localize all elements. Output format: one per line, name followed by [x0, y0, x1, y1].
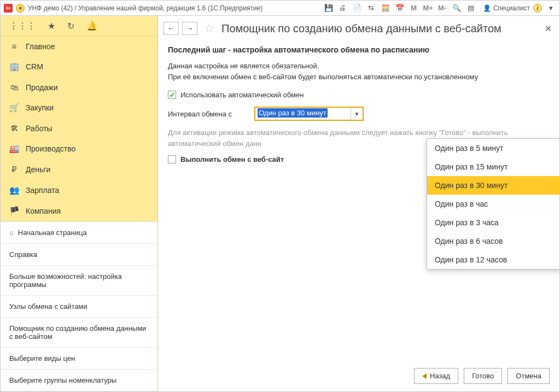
calc-icon[interactable]: 🧮 [380, 3, 391, 14]
forward-nav-button[interactable]: → [182, 22, 197, 35]
panels-icon[interactable]: ▤ [465, 3, 476, 14]
sub-label: Выберите группы номенклатуры [9, 376, 116, 384]
sub-label: Начальная страница [18, 229, 87, 237]
factory-icon: 🏭 [9, 144, 19, 154]
nav-purchases[interactable]: 🛒Закупки [1, 97, 158, 118]
title-dropdown-icon[interactable]: ▾ [545, 3, 556, 14]
nav-label: CRM [26, 62, 43, 71]
nav-label: Производство [26, 144, 75, 153]
interval-combobox[interactable]: Один раз в 30 минут ▼ [254, 107, 364, 121]
sidebar-tools: ⋮⋮⋮ ★ ↻ 🔔 [1, 16, 158, 36]
back-nav-button[interactable]: ← [164, 22, 179, 35]
info-icon[interactable]: i [533, 4, 542, 13]
nav-main[interactable]: ≡Главное [1, 36, 158, 56]
favorite-star-icon[interactable]: ☆ [204, 21, 215, 36]
sidebar: ⋮⋮⋮ ★ ↻ 🔔 ≡Главное 🏢CRM 🛍Продажи 🛒Закупк… [1, 16, 158, 391]
sub-more-options[interactable]: Больше возможностей: настройка программы [1, 266, 158, 296]
sub-nomenclature-groups[interactable]: Выберите группы номенклатуры [1, 370, 158, 391]
dropdown-option[interactable]: Один раз в 15 минут [427, 157, 560, 176]
save-icon[interactable]: 💾 [323, 3, 334, 14]
page-title: Помощник по созданию обмена данными с ве… [221, 22, 501, 35]
nav-label: Зарплата [26, 186, 59, 195]
cart-icon: 🛒 [9, 103, 19, 113]
dropdown-option[interactable]: Один раз в 6 часов [427, 232, 560, 250]
sub-label: Справка [9, 250, 37, 259]
interval-label: Интервал обмена с [168, 110, 244, 118]
desc-line2: При её включении обмен с веб-сайтом буде… [168, 73, 478, 81]
dropdown-option-selected[interactable]: Один раз в 30 минут [427, 176, 560, 195]
sub-price-types[interactable]: Выберите виды цен [1, 348, 158, 370]
wizard-footer: Назад Готово Отмена [414, 368, 550, 384]
menu-icon: ≡ [9, 42, 19, 51]
interval-input[interactable]: Один раз в 30 минут [255, 108, 351, 120]
nav-production[interactable]: 🏭Производство [1, 138, 158, 159]
m-minus-button[interactable]: M- [437, 3, 448, 14]
notifications-icon[interactable]: 🔔 [86, 21, 97, 31]
interval-row: Интервал обмена с Один раз в 30 минут ▼ [168, 107, 550, 121]
zoom-icon[interactable]: 🔍 [451, 3, 462, 14]
sub-label: Выберите виды цен [9, 354, 75, 362]
history-icon[interactable]: ↻ [67, 21, 74, 31]
sub-exchange-nodes[interactable]: Узлы обмена с сайтами [1, 296, 158, 318]
back-label: Назад [430, 372, 450, 380]
ruble-icon: ₽ [9, 165, 19, 174]
user-name: Специалист [493, 4, 530, 12]
nav-label: Работы [26, 124, 52, 133]
app-menu-dropdown-icon[interactable]: ▾ [16, 4, 25, 13]
tools-icon: 🛠 [9, 124, 19, 133]
nav-sales[interactable]: 🛍Продажи [1, 77, 158, 97]
interval-value: Один раз в 30 минут [258, 108, 328, 118]
sub-label: Больше возможностей: настройка программы [9, 272, 122, 289]
nav-label: Деньги [26, 165, 50, 174]
sub-help[interactable]: Справка [1, 244, 158, 266]
document-icon[interactable]: 📄 [352, 3, 363, 14]
done-button[interactable]: Готово [464, 368, 502, 384]
use-auto-exchange-row: ✓ Использовать автоматический обмен [168, 91, 550, 99]
cancel-label: Отмена [516, 372, 541, 380]
app-logo-icon: 1c [4, 4, 13, 13]
sidebar-sublist: ⌂Начальная страница Справка Больше возмо… [1, 221, 158, 391]
cancel-button[interactable]: Отмена [508, 368, 550, 384]
home-icon: ⌂ [9, 229, 14, 237]
m-plus-button[interactable]: M+ [423, 3, 434, 14]
desc-line1: Данная настройка не является обязательно… [168, 62, 319, 70]
sub-label: Помощник по созданию обмена данными с ве… [9, 324, 146, 341]
user-label[interactable]: 👤 Специалист [483, 4, 530, 12]
sidebar-nav: ≡Главное 🏢CRM 🛍Продажи 🛒Закупки 🛠Работы … [1, 36, 158, 221]
description: Данная настройка не является обязательно… [168, 61, 550, 82]
bag-icon: 🛍 [9, 83, 19, 92]
nav-label: Продажи [26, 83, 57, 92]
dropdown-option[interactable]: Один раз в 12 часов [427, 250, 560, 269]
nav-salary[interactable]: 👥Зарплата [1, 180, 158, 201]
building-icon: 🏢 [9, 62, 19, 72]
interval-dropdown-button[interactable]: ▼ [351, 108, 363, 120]
compare-icon[interactable]: ⇆ [366, 3, 377, 14]
print-icon[interactable]: 🖨 [337, 3, 348, 14]
back-button[interactable]: Назад [414, 368, 458, 384]
triangle-left-icon [422, 373, 427, 379]
use-auto-exchange-label: Использовать автоматический обмен [180, 91, 304, 99]
close-button[interactable]: ✕ [545, 24, 552, 34]
dropdown-option[interactable]: Один раз в 5 минут [427, 139, 560, 157]
interval-dropdown-list: Один раз в 5 минут Один раз в 15 минут О… [427, 138, 560, 270]
content-toolbar: ← → ☆ Помощник по созданию обмена данным… [158, 16, 559, 41]
content: ← → ☆ Помощник по созданию обмена данным… [158, 16, 559, 391]
nav-works[interactable]: 🛠Работы [1, 118, 158, 138]
nav-company[interactable]: 🏴Компания [1, 201, 158, 221]
calendar-icon[interactable]: 📅 [394, 3, 405, 14]
window-title: УНФ демо (42) / Управление нашей фирмой,… [28, 4, 262, 12]
sub-exchange-wizard[interactable]: Помощник по созданию обмена данными с ве… [1, 318, 158, 348]
run-now-label: Выполнить обмен с веб-сайт [180, 155, 284, 163]
sub-home[interactable]: ⌂Начальная страница [1, 222, 158, 244]
dropdown-option[interactable]: Один раз в час [427, 195, 560, 213]
apps-icon[interactable]: ⋮⋮⋮ [9, 21, 36, 31]
m-button[interactable]: M [409, 3, 419, 14]
nav-crm[interactable]: 🏢CRM [1, 56, 158, 77]
titlebar: 1c ▾ УНФ демо (42) / Управление нашей фи… [1, 1, 559, 16]
step-title: Последний шаг - настройка автоматическог… [168, 45, 550, 54]
nav-money[interactable]: ₽Деньги [1, 159, 158, 180]
use-auto-exchange-checkbox[interactable]: ✓ [168, 91, 176, 99]
run-now-checkbox[interactable]: ✓ [168, 155, 176, 163]
favorites-icon[interactable]: ★ [48, 21, 55, 31]
dropdown-option[interactable]: Один раз в 3 часа [427, 213, 560, 232]
